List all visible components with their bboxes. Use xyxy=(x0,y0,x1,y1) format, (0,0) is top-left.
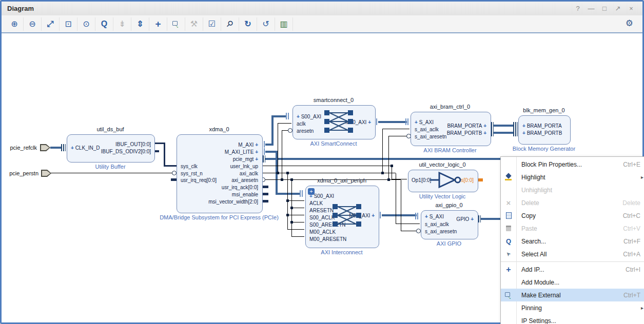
wire-segment[interactable] xyxy=(388,136,389,180)
float-icon[interactable]: ↗ xyxy=(614,5,622,13)
wire-segment[interactable] xyxy=(154,143,165,144)
pin-bram-portb[interactable]: BRAM_PORTB xyxy=(447,130,486,136)
wire-segment[interactable] xyxy=(278,124,278,173)
pin-bram-portb[interactable]: BRAM_PORTB xyxy=(522,130,562,136)
menu-item-add-ip[interactable]: + Add IP...Ctrl+I xyxy=(501,263,644,276)
menu-item-copy[interactable]: CopyCtrl+C xyxy=(501,209,644,222)
wire-segment[interactable] xyxy=(401,180,401,231)
wire-segment[interactable] xyxy=(271,115,287,117)
pin-user-lnk-up[interactable]: user_lnk_up xyxy=(230,164,258,169)
minimize-icon[interactable]: — xyxy=(587,5,595,13)
pin-s-axi[interactable]: S_AXI xyxy=(425,214,444,219)
pin-aresetn[interactable]: aresetn xyxy=(297,128,314,134)
pin-gpio[interactable]: GPIO xyxy=(456,216,474,222)
wire-segment[interactable] xyxy=(401,231,417,231)
pin-s-axi[interactable]: S_AXI xyxy=(415,119,434,125)
pin-s-axi-aclk[interactable]: s_axi_aclk xyxy=(425,221,449,227)
pin-s-axi-aresetn[interactable]: s_axi_aresetn xyxy=(415,134,446,139)
pin-s00-axi[interactable]: S00_AXI xyxy=(297,114,321,119)
pin-msi-vector-width[interactable]: msi_vector_width[2:0] xyxy=(208,199,258,205)
wire-segment[interactable] xyxy=(282,131,282,180)
validate-design-icon[interactable]: ☑ xyxy=(203,17,221,31)
pin-ibuf-ds-odiv2[interactable]: IBUF_DS_ODIV2[0:0] xyxy=(101,149,151,154)
pin-usr-irq-req[interactable]: usr_irq_req[0:0] xyxy=(181,177,217,183)
menu-item-add-module[interactable]: Add Module... xyxy=(501,276,644,289)
wire-segment[interactable] xyxy=(378,121,407,123)
menu-item-pinning[interactable]: Pinning▸ xyxy=(501,301,644,314)
wire-segment[interactable] xyxy=(50,147,61,149)
close-icon[interactable]: × xyxy=(627,5,635,13)
port-pcie-refclk[interactable] xyxy=(40,144,50,151)
make-external-icon[interactable] xyxy=(167,17,185,31)
zoom-fit-icon[interactable]: ⤢ xyxy=(42,17,60,31)
pin-clk-in-d[interactable]: CLK_IN_D xyxy=(71,145,100,151)
expand-interfaces-icon[interactable]: ▥ xyxy=(275,17,293,31)
regenerate-layout-icon[interactable]: ↻ xyxy=(239,17,257,31)
add-ip-icon[interactable]: + xyxy=(149,17,167,31)
wire-segment[interactable] xyxy=(164,143,165,166)
search-icon[interactable]: Q xyxy=(95,17,113,31)
pin-sys-clk[interactable]: sys_clk xyxy=(181,164,198,169)
wire-segment[interactable] xyxy=(278,123,291,124)
wire-segment[interactable] xyxy=(388,136,407,136)
menu-item-ip-settings[interactable]: IP Settings... xyxy=(501,314,644,324)
reroute-icon[interactable]: ↺ xyxy=(257,17,275,31)
wire-segment[interactable] xyxy=(276,193,300,195)
pin-m00-aresetn[interactable]: M00_ARESETN xyxy=(309,236,346,242)
pin-m-axi[interactable]: M_AXI xyxy=(238,142,258,148)
wire-segment[interactable] xyxy=(382,129,383,173)
pin-s-axi-aresetn[interactable]: s_axi_aresetn xyxy=(425,229,457,234)
window-titlebar[interactable]: Diagram ? — □ ↗ × xyxy=(2,2,642,16)
wire-segment[interactable] xyxy=(263,173,396,173)
pin-aclk[interactable]: ACLK xyxy=(309,200,323,206)
expand-hierarchy-icon[interactable]: ⇕ xyxy=(131,17,149,31)
menu-item-select-all[interactable]: ➤ Select AllCtrl+A xyxy=(501,248,644,260)
pin-usr-irq-ack[interactable]: usr_irq_ack[0:0] xyxy=(222,185,258,190)
zoom-out-icon[interactable]: ⊖ xyxy=(24,17,42,31)
pin-bram-porta[interactable]: BRAM_PORTA xyxy=(447,123,486,129)
wire-segment[interactable] xyxy=(382,129,409,129)
pin-s00-aclk[interactable]: S00_ACLK xyxy=(309,215,335,220)
menu-item-search[interactable]: Q Search...Ctrl+F xyxy=(501,235,644,248)
pin-ibuf-out[interactable]: IBUF_OUT[0:0] xyxy=(115,141,151,147)
pin-axi-aclk[interactable]: axi_aclk xyxy=(240,171,258,176)
wire-segment[interactable] xyxy=(291,222,304,222)
pin-aresetn[interactable]: ARESETN xyxy=(309,208,334,213)
menu-item-make-external[interactable]: Make ExternalCtrl+T xyxy=(501,289,644,301)
wire-segment[interactable] xyxy=(287,215,304,215)
wire-segment[interactable] xyxy=(494,132,514,134)
wire-segment[interactable] xyxy=(164,165,177,167)
menu-item-highlight[interactable]: Highlight▸ xyxy=(501,171,644,184)
center-view-icon[interactable]: ⊙ xyxy=(77,17,95,31)
pin-pcie-mgt[interactable]: pcie_mgt xyxy=(233,156,258,162)
wire-segment[interactable] xyxy=(291,236,304,237)
port-pcie-perstn[interactable] xyxy=(41,170,51,177)
pin-axi-aresetn[interactable]: axi_aresetn xyxy=(231,177,258,183)
pin-m00-aclk[interactable]: M00_ACLK xyxy=(309,229,336,235)
pin-sys-rst-n[interactable]: sys_rst_n xyxy=(181,171,203,176)
wire-segment[interactable] xyxy=(396,224,420,224)
help-icon[interactable]: ? xyxy=(574,5,582,13)
wire-segment[interactable] xyxy=(287,229,304,230)
pin-bram-porta[interactable]: BRAM_PORTA xyxy=(522,123,562,129)
pin-aclk[interactable]: aclk xyxy=(297,121,306,127)
zoom-in-icon[interactable]: ⊕ xyxy=(6,17,24,31)
wire-segment[interactable] xyxy=(494,125,514,127)
pin-s-axi-aclk[interactable]: s_axi_aclk xyxy=(415,127,439,132)
pin-msi-enable[interactable]: msi_enable xyxy=(232,192,258,197)
wire-segment[interactable] xyxy=(265,158,501,160)
menu-item-block-pin-properties[interactable]: Block Pin Properties...Ctrl+E xyxy=(501,158,644,171)
wire-segment[interactable] xyxy=(50,173,173,173)
pin-s00-axi[interactable]: S00_AXI xyxy=(309,193,334,199)
wire-segment[interactable] xyxy=(291,208,304,208)
settings-gear-icon[interactable]: ⚙ xyxy=(626,18,633,29)
zoom-to-selection-icon[interactable]: ⊡ xyxy=(60,17,77,31)
wire-segment[interactable] xyxy=(481,218,502,220)
maximize-icon[interactable]: □ xyxy=(600,5,609,13)
pin-icon[interactable]: ⚲ xyxy=(221,17,239,31)
wire-segment[interactable] xyxy=(382,214,417,216)
pin-m-axi-lite[interactable]: M_AXI_LITE xyxy=(225,149,258,155)
wire-segment[interactable] xyxy=(396,173,396,224)
wire-segment[interactable] xyxy=(271,115,274,146)
pin-op1[interactable]: Op1[0:0] xyxy=(412,177,431,183)
